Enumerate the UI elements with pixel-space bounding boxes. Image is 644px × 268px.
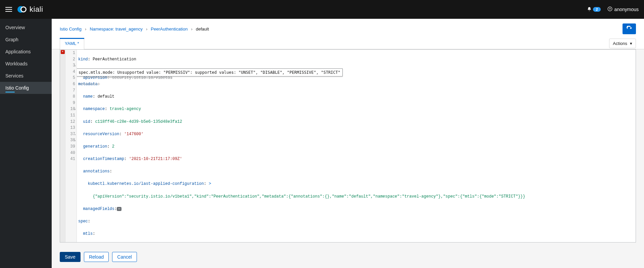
cancel-button[interactable]: Cancel [112,252,137,262]
save-button[interactable]: Save [60,252,81,262]
breadcrumb: Istio Config › Namespace: travel_agency … [60,26,209,32]
topbar: kiali 2 ? anonymous [0,0,644,19]
notifications-button[interactable]: 2 [587,7,600,12]
kiali-logo-icon [17,5,27,14]
refresh-button[interactable] [623,23,636,34]
actions-label: Actions [613,41,627,46]
main-content: Istio Config › Namespace: travel_agency … [52,19,644,268]
reload-button[interactable]: Reload [84,252,109,262]
help-icon: ? [607,6,612,12]
line-number-gutter: 123▾45678910▾11121337▾38▾394041 [65,50,77,242]
validation-tooltip: spec.mtls.mode: Unsupported value: "PERM… [77,68,343,77]
svg-point-2 [21,7,26,11]
yaml-editor[interactable]: ✕ 123▾45678910▾11121337▾38▾394041 kind: … [60,49,636,243]
sidebar-item-graph[interactable]: Graph [0,34,52,46]
error-icon[interactable]: ✕ [61,50,65,54]
hamburger-menu[interactable] [5,7,12,12]
user-label: anonymous [614,7,639,12]
sidebar: Overview Graph Applications Workloads Se… [0,19,52,268]
breadcrumb-type[interactable]: PeerAuthentication [151,26,188,32]
user-menu[interactable]: ? anonymous [607,6,639,12]
sidebar-item-workloads[interactable]: Workloads [0,58,52,70]
breadcrumb-current: default [196,26,209,32]
brand-text: kiali [30,5,43,14]
notifications-badge: 2 [593,7,600,12]
breadcrumb-namespace[interactable]: Namespace: travel_agency [90,26,143,32]
actions-dropdown[interactable]: Actions ▾ [609,39,636,48]
svg-text:?: ? [609,7,610,11]
topbar-right: 2 ? anonymous [587,6,639,12]
topbar-left: kiali [5,5,43,14]
button-row: Save Reload Cancel [52,248,644,268]
sidebar-item-istio-config[interactable]: Istio Config [0,82,52,94]
code-area[interactable]: kind: PeerAuthentication apiVersion: sec… [77,50,636,242]
brand-logo[interactable]: kiali [17,5,43,14]
chevron-right-icon: › [146,26,147,32]
refresh-icon [626,26,632,32]
sidebar-item-applications[interactable]: Applications [0,46,52,58]
sidebar-item-services[interactable]: Services [0,70,52,82]
chevron-right-icon: › [191,26,192,32]
breadcrumb-istio-config[interactable]: Istio Config [60,26,82,32]
caret-down-icon: ▾ [630,41,632,46]
bell-icon [587,7,592,12]
error-gutter: ✕ [60,50,65,242]
chevron-right-icon: › [85,26,86,32]
fold-badge[interactable]: ▭ [117,207,121,211]
sidebar-item-overview[interactable]: Overview [0,21,52,34]
tab-yaml[interactable]: YAML * [60,38,84,49]
